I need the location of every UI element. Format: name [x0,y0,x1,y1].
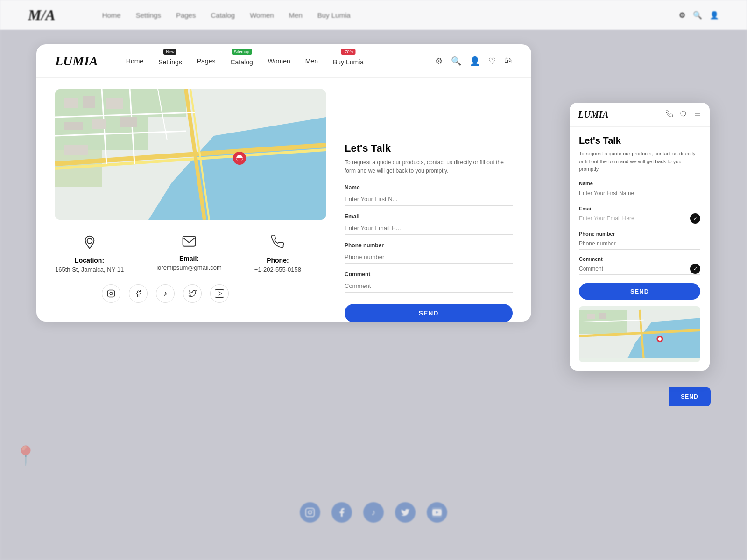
filter-icon[interactable]: ⚙ [435,56,443,66]
svg-rect-23 [92,119,106,129]
inner-logo: LUMIA [55,54,98,69]
phone-icon [254,235,301,253]
mobile-header: LUMIA [570,103,710,127]
phone-form-label: Phone number [345,242,513,249]
svg-rect-25 [64,145,88,155]
email-check-icon: ✓ [690,213,700,224]
svg-rect-20 [83,96,95,108]
contact-form: Let's Talk To request a quote our produc… [345,142,513,322]
nav-buy-lumia[interactable]: -70% Buy Lumia [333,56,364,66]
form-desc: To request a quote our products, contact… [345,158,513,175]
svg-line-37 [685,115,686,117]
phone-value: +1-202-555-0158 [254,266,301,273]
name-label: Name [345,184,513,191]
bg-nav-women: Women [250,11,274,19]
svg-point-50 [658,337,662,340]
bg-instagram-icon [300,502,320,523]
form-title: Let's Talk [345,142,513,154]
email-info: Email: loremipsum@gmail.com [156,235,222,273]
svg-point-1 [308,511,311,514]
nav-pages[interactable]: Pages [197,57,216,65]
search-icon[interactable]: 🔍 [451,56,461,66]
mobile-name-input[interactable] [579,188,700,199]
svg-rect-19 [64,98,78,108]
bg-nav-buy: Buy Lumia [317,11,351,19]
youtube-btn[interactable] [210,284,229,303]
mobile-menu-icon[interactable] [694,110,701,119]
svg-rect-34 [215,290,224,298]
location-label: Location: [55,257,124,264]
svg-point-33 [113,291,113,292]
phone-info: Phone: +1-202-555-0158 [254,235,301,273]
svg-point-29 [87,238,92,244]
bg-twitter-icon [395,502,416,523]
nav-home[interactable]: Home [126,57,143,65]
svg-rect-0 [306,508,314,517]
email-value: loremipsum@gmail.com [156,264,222,271]
account-icon[interactable]: 👤 [470,56,480,66]
comment-input[interactable] [345,280,513,293]
bg-youtube-icon [427,502,447,523]
nav-men[interactable]: Men [305,57,318,65]
new-badge: New [163,49,176,55]
svg-point-36 [681,111,686,116]
svg-point-32 [110,292,113,295]
mobile-name-label: Name [579,181,700,186]
bg-navbar: M/A Home Settings Pages Catalog Women Me… [0,0,747,30]
map-container [55,89,326,220]
wishlist-icon[interactable]: ♡ [488,56,496,66]
instagram-btn[interactable] [102,284,120,303]
nav-settings[interactable]: New Settings [158,56,182,66]
email-label: Email: [156,255,222,262]
phone-input[interactable] [345,251,513,264]
comment-form-label: Comment [345,271,513,278]
mobile-title: Let's Talk [579,135,700,146]
bg-location-icon: 📍 [14,445,37,467]
inner-nav-icons: ⚙ 🔍 👤 ♡ 🛍 [435,56,513,66]
location-icon [55,235,124,253]
main-card: LUMIA Home New Settings Pages Sitemap Ca… [36,44,531,322]
mobile-comment-input[interactable] [579,263,700,275]
mobile-email-label: Email [579,206,700,211]
bg-tiktok-icon: ♪ [363,502,384,523]
nav-women[interactable]: Women [268,57,290,65]
svg-rect-30 [183,236,196,246]
mobile-phone-label: Phone number [579,231,700,237]
sitemap-badge: Sitemap [232,49,252,55]
mobile-search-icon[interactable] [680,110,687,119]
mobile-phone-input[interactable] [579,238,700,250]
mobile-email-input[interactable] [579,213,700,224]
bg-nav-men: Men [289,11,303,19]
nav-catalog[interactable]: Sitemap Catalog [230,56,253,66]
name-input[interactable] [345,193,513,206]
tiktok-btn[interactable]: ♪ [156,284,175,303]
email-form-label: Email [345,213,513,220]
svg-point-2 [312,510,313,511]
mobile-send-button[interactable]: SEND [579,283,700,300]
email-icon [156,235,222,251]
location-info: Location: 165th St, Jamaica, NY 11 [55,235,124,273]
mobile-logo: LUMIA [578,109,666,120]
bg-nav-pages: Pages [176,11,196,19]
mobile-comment-label: Comment [579,256,700,262]
mobile-phone-icon[interactable] [666,110,673,119]
user-icon: 👤 [710,11,719,20]
comment-check-icon: ✓ [690,264,700,274]
bg-facebook-icon [331,502,352,523]
sale-badge: -70% [341,49,356,55]
bg-logo: M/A [28,7,56,24]
email-input[interactable] [345,222,513,235]
mobile-map [579,306,700,362]
mobile-desc: To request a quote our products, contact… [579,150,700,173]
svg-rect-21 [106,98,123,109]
cart-icon[interactable]: 🛍 [504,56,513,66]
facebook-btn[interactable] [129,284,148,303]
mobile-name-wrap [579,188,700,199]
svg-marker-35 [218,292,222,295]
send-button[interactable]: SEND [345,304,513,322]
bg-nav-items: Home Settings Pages Catalog Women Men Bu… [102,11,351,19]
bg-social-row: ♪ [300,502,447,523]
partial-send-btn[interactable]: SEND [669,387,711,406]
twitter-btn[interactable] [183,284,202,303]
svg-rect-47 [587,314,595,318]
